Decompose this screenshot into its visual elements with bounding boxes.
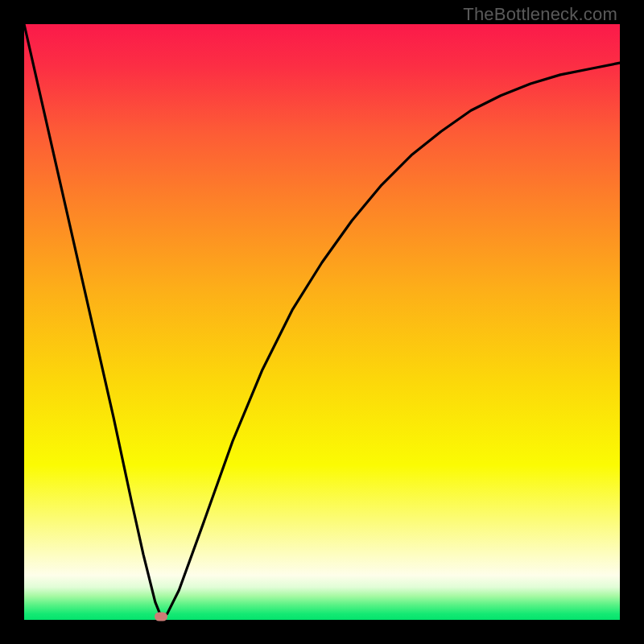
plot-area (24, 24, 620, 620)
bottleneck-curve (24, 24, 620, 620)
optimal-point-marker (155, 613, 167, 621)
watermark-text: TheBottleneck.com (463, 4, 617, 25)
